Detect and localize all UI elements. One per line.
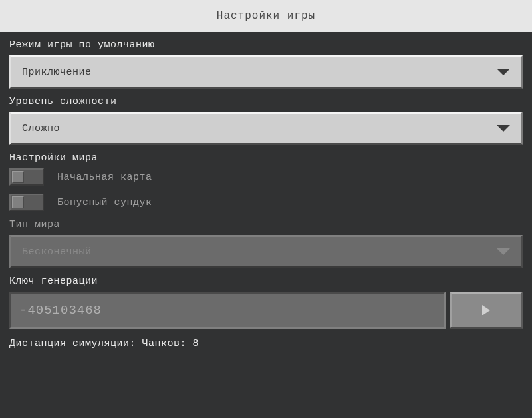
seed-play-button[interactable] <box>450 292 523 329</box>
starting-map-label: Начальная карта <box>57 172 152 183</box>
seed-input[interactable] <box>9 292 446 329</box>
world-type-value: Бесконечный <box>22 246 92 258</box>
toggle-handle <box>12 171 24 183</box>
content-area: Режим игры по умолчанию Приключение Уров… <box>0 39 532 349</box>
chevron-down-icon <box>497 69 510 75</box>
bonus-chest-toggle[interactable] <box>9 194 44 211</box>
difficulty-label: Уровень сложности <box>9 96 523 107</box>
game-mode-label: Режим игры по умолчанию <box>9 39 523 51</box>
seed-input-row <box>9 292 523 329</box>
simulation-distance-label: Дистанция симуляции: Чанков: 8 <box>9 338 523 349</box>
game-mode-dropdown[interactable]: Приключение <box>9 55 523 89</box>
starting-map-toggle[interactable] <box>9 168 44 186</box>
bonus-chest-label: Бонусный сундук <box>57 197 152 208</box>
world-settings-label: Настройки мира <box>9 152 523 164</box>
difficulty-dropdown[interactable]: Сложно <box>9 112 523 145</box>
chevron-down-icon <box>497 125 510 132</box>
starting-map-row: Начальная карта <box>9 168 523 186</box>
seed-label: Ключ генерации <box>9 276 523 287</box>
page-header: Настройки игры <box>0 0 532 32</box>
play-icon <box>482 305 490 315</box>
difficulty-value: Сложно <box>22 123 60 134</box>
game-mode-value: Приключение <box>22 67 92 78</box>
chevron-down-icon <box>497 248 510 255</box>
page-title: Настройки игры <box>217 10 315 22</box>
bonus-chest-row: Бонусный сундук <box>9 194 523 211</box>
toggle-handle <box>12 196 24 208</box>
world-type-label: Тип мира <box>9 219 523 230</box>
world-type-dropdown: Бесконечный <box>9 235 523 268</box>
